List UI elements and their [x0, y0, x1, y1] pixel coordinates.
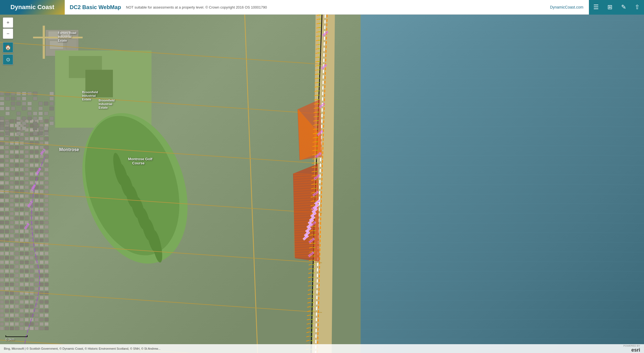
list-icon[interactable]: ☰ — [592, 2, 600, 12]
esri-logo: esri — [631, 347, 640, 353]
share-icon[interactable]: ⇧ — [633, 2, 641, 12]
header-website: DynamicCoast.com — [545, 5, 589, 9]
esri-badge: POWERED BY esri — [623, 344, 640, 353]
header-toolbar: ☰ ⊞ ✎ ⇧ — [589, 0, 644, 15]
map-controls: + − 🏠 ⊙ — [3, 17, 13, 65]
attribution-bar: Bing, Microsoft | © Scottish Government,… — [0, 344, 644, 353]
logo-area: Dynamic Coast — [0, 0, 65, 15]
logo-text: Dynamic Coast — [10, 4, 54, 10]
locate-button[interactable]: ⊙ — [3, 54, 13, 65]
zoom-in-button[interactable]: + — [3, 17, 13, 28]
zoom-out-button[interactable]: − — [3, 28, 13, 39]
attribution-text: Bing, Microsoft | © Scottish Government,… — [4, 347, 161, 350]
scale-label: 0.3km — [6, 338, 15, 341]
header-title: DC2 Basic WebMap — [65, 4, 126, 10]
scale-bar: 0.3km — [6, 335, 28, 341]
layers-icon[interactable]: ⊞ — [606, 2, 614, 12]
edit-icon[interactable]: ✎ — [619, 2, 628, 12]
header: Dynamic Coast DC2 Basic WebMap NOT suita… — [0, 0, 644, 15]
scale-line — [6, 335, 28, 337]
header-notice: NOT suitable for assessments at a proper… — [126, 5, 544, 9]
home-button[interactable]: 🏠 — [3, 42, 13, 53]
map[interactable]: + − 🏠 ⊙ 0.3km Bing, Microsoft | © Scotti… — [0, 15, 644, 353]
esri-powered-label: POWERED BY — [623, 344, 640, 347]
map-canvas — [0, 15, 644, 353]
